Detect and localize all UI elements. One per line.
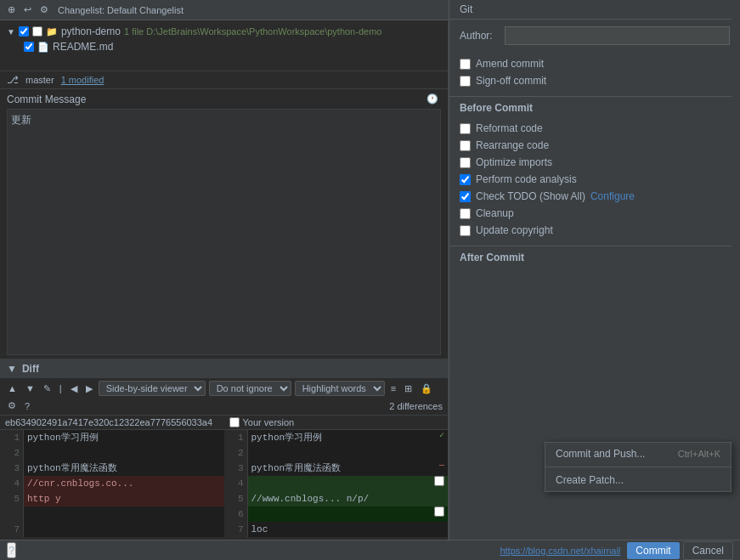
readme-item[interactable]: 📄 README.md	[0, 39, 448, 54]
check-todo-row: Check TODO (Show All) Configure	[460, 188, 730, 205]
optimize-row: Optimize imports	[460, 154, 730, 171]
project-path: 1 file D:\JetBrains\Workspace\PythonWork…	[124, 26, 381, 37]
after-commit-header: After Commit	[449, 246, 740, 266]
diff-btn-down[interactable]: ▼	[23, 382, 37, 394]
check-todo-checkbox[interactable]	[460, 191, 471, 202]
diff-right-row-6: 6	[224, 506, 449, 522]
diff-left-row-3: 3 python常用魔法函数	[0, 461, 224, 476]
sign-off-label: Sign-off commit	[476, 75, 546, 87]
commit-and-push-item[interactable]: Commit and Push... Ctrl+Alt+K	[545, 443, 731, 465]
diff-right-label: Your version	[243, 417, 295, 427]
diff-btn-lock[interactable]: 🔒	[418, 382, 435, 395]
cleanup-label: Cleanup	[476, 207, 514, 219]
file-tree: ▼ 📁 python-demo 1 file D:\JetBrains\Work…	[0, 20, 448, 71]
help-button[interactable]: ?	[7, 542, 16, 558]
rearrange-checkbox[interactable]	[460, 140, 471, 151]
diff-right-row-1: 1 python学习用例 ✓	[224, 430, 449, 445]
tree-arrow-down: ▼	[7, 27, 15, 37]
diff-left-row-2: 2	[0, 445, 224, 461]
reformat-checkbox[interactable]	[460, 123, 471, 134]
code-analysis-row: Perform code analysis	[460, 171, 730, 188]
amend-commit-checkbox[interactable]	[460, 59, 471, 70]
diff-right-row-3: 3 python常用魔法函数 —	[224, 461, 449, 476]
amend-commit-row: Amend commit	[460, 55, 730, 72]
main-container: ⊕ ↩ ⚙ Changelist: Default Changelist ▼ 📁…	[0, 0, 740, 560]
check-todo-label: Check TODO (Show All)	[476, 190, 585, 202]
diff-left-row-7: 7	[0, 522, 224, 537]
diff-section: ▼ Diff ▲ ▼ ✎ | ◀ ▶ Side-by-side viewer D…	[0, 359, 448, 560]
project-item[interactable]: ▼ 📁 python-demo 1 file D:\JetBrains\Work…	[0, 24, 448, 39]
right-check-1: ✓	[439, 430, 448, 445]
diff-left-row-6	[0, 506, 224, 522]
diff-btn-next[interactable]: ▶	[83, 382, 95, 395]
toolbar-btn-2[interactable]: ↩	[21, 3, 34, 16]
diff-left-row-5: 5 http y	[0, 491, 224, 506]
context-menu-separator	[545, 467, 731, 467]
commit-button[interactable]: Commit	[627, 542, 679, 559]
viewer-dropdown[interactable]: Side-by-side viewer	[99, 381, 206, 396]
status-bar: ⎇ master 1 modified	[0, 71, 448, 89]
sign-off-checkbox[interactable]	[460, 76, 471, 87]
cleanup-checkbox[interactable]	[460, 208, 471, 219]
diff-btn-help[interactable]: ?	[22, 400, 32, 412]
sign-off-row: Sign-off commit	[460, 72, 730, 89]
cancel-button[interactable]: Cancel	[683, 541, 733, 560]
diff-title: Diff	[22, 363, 39, 375]
reformat-row: Reformat code	[460, 120, 730, 137]
diff-left-row-1: 1 python学习用例	[0, 430, 224, 445]
right-row4-checkbox[interactable]	[434, 476, 444, 486]
branch-label: master	[25, 75, 54, 85]
configure-link[interactable]: Configure	[590, 190, 635, 202]
file-icon: 📄	[37, 42, 49, 53]
ignore-dropdown[interactable]: Do not ignore	[209, 381, 291, 396]
update-copyright-checkbox[interactable]	[460, 225, 471, 236]
diff-left-header: eb634902491a7417e320c12322ea7776556033a4	[0, 416, 224, 430]
diff-btn-cols[interactable]: ⊞	[402, 382, 415, 395]
diff-btn-prev[interactable]: ◀	[68, 382, 80, 395]
create-patch-item[interactable]: Create Patch...	[545, 469, 731, 491]
readme-name: README.md	[53, 41, 113, 53]
readme-checkbox[interactable]	[24, 42, 34, 52]
commit-and-push-shortcut: Ctrl+Alt+K	[678, 449, 720, 459]
code-analysis-checkbox[interactable]	[460, 174, 471, 185]
scrollbar[interactable]	[732, 0, 740, 560]
diff-arrow: ▼	[7, 363, 17, 375]
bottom-bar: ? https://blog.csdn.net/xhaimail Commit …	[0, 540, 740, 560]
project-checkbox-2[interactable]	[32, 26, 42, 37]
project-checkbox[interactable]	[19, 26, 29, 37]
diff-btn-up[interactable]: ▲	[5, 382, 20, 394]
amend-commit-label: Amend commit	[476, 58, 544, 70]
cleanup-row: Cleanup	[460, 205, 730, 222]
diff-right-row-2: 2	[224, 445, 449, 461]
create-patch-label: Create Patch...	[556, 474, 624, 486]
url-label[interactable]: https://blog.csdn.net/xhaimail	[500, 546, 620, 556]
highlight-dropdown[interactable]: Highlight words	[295, 381, 385, 396]
diff-right-row-7: 7 loc	[224, 522, 449, 537]
diff-btn-edit[interactable]: ✎	[41, 382, 54, 395]
toolbar: ⊕ ↩ ⚙ Changelist: Default Changelist	[0, 0, 448, 20]
optimize-checkbox[interactable]	[460, 157, 471, 168]
modified-badge[interactable]: 1 modified	[61, 75, 105, 85]
right-header-checkbox[interactable]	[229, 417, 240, 427]
diff-header: ▼ Diff	[0, 359, 448, 378]
diff-left-row-4: 4 //cnr.cnblogs.co...	[0, 476, 224, 491]
clock-icon-btn[interactable]: 🕐	[424, 93, 441, 105]
diff-left-pane: eb634902491a7417e320c12322ea7776556033a4…	[0, 416, 224, 560]
diff-right-header: Your version	[224, 416, 449, 430]
toolbar-btn-1[interactable]: ⊕	[5, 3, 18, 16]
diff-btn-sep: |	[57, 382, 65, 394]
author-input[interactable]	[505, 26, 730, 45]
context-menu: Commit and Push... Ctrl+Alt+K Create Pat…	[545, 442, 732, 492]
commit-message-input[interactable]: 更新	[7, 109, 441, 355]
toolbar-btn-3[interactable]: ⚙	[37, 3, 51, 16]
author-row: Author:	[449, 20, 740, 52]
code-analysis-label: Perform code analysis	[476, 173, 577, 185]
git-tab: Git	[449, 0, 740, 20]
right-row6-checkbox[interactable]	[434, 506, 444, 517]
diff-btn-align[interactable]: ≡	[388, 382, 398, 394]
before-commit-header: Before Commit	[449, 96, 740, 116]
diff-btn-settings[interactable]: ⚙	[5, 399, 19, 412]
diff-right-row-5: 5 //www.cnblogs... n/p/	[224, 491, 449, 506]
reformat-label: Reformat code	[476, 122, 543, 134]
update-copyright-row: Update copyright	[460, 222, 730, 239]
